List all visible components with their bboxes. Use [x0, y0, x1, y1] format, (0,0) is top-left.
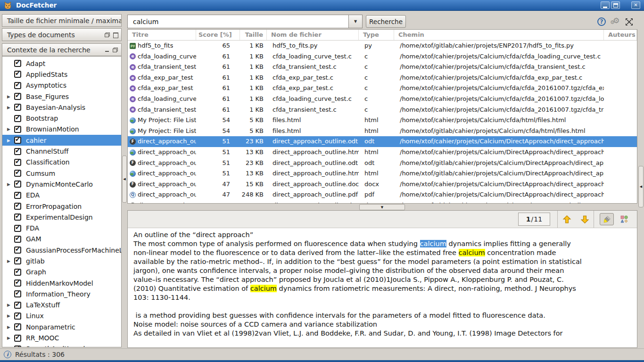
checkbox[interactable]: ✔ [14, 170, 21, 177]
column-header-4[interactable]: Type [359, 30, 394, 40]
highlight-toggle-button[interactable] [600, 213, 614, 225]
result-row[interactable]: My Project: File Listing545 KBfiles.html… [128, 115, 637, 126]
column-header-3[interactable]: Nom de fichier [267, 30, 359, 40]
tree-item-HiddenMarkovModel[interactable]: ▶✔HiddenMarkovModel [2, 278, 121, 288]
result-row[interactable]: pyhdf5_to_fits651 KBhdf5_to_fits.pypy/ho… [128, 41, 637, 51]
tree-item-RR_MOOC[interactable]: ▶✔RR_MOOC [2, 332, 121, 343]
tree-item-BrownianMotion[interactable]: ▶✔BrownianMotion [2, 124, 121, 135]
checkbox[interactable]: ✔ [14, 290, 21, 297]
checkbox[interactable]: ✔ [14, 247, 21, 254]
tree-item-cahier[interactable]: ▶✔cahier [2, 135, 121, 146]
text-only-toggle-button[interactable] [619, 214, 630, 225]
result-row[interactable]: direct_approach_outline5113 KBdirect_app… [128, 168, 637, 179]
result-row[interactable]: ecfda_transient_test611 KBcfda_transient… [128, 105, 637, 115]
tree-item-Nonparametric[interactable]: ▶✔Nonparametric [2, 321, 121, 332]
checkbox[interactable]: ✔ [14, 236, 21, 243]
checkbox[interactable]: ✔ [14, 335, 21, 342]
checkbox[interactable]: ✔ [14, 214, 21, 221]
checkbox[interactable]: ✔ [14, 159, 21, 166]
checkbox[interactable]: ✔ [14, 192, 21, 199]
column-header-1[interactable]: Score [%] [196, 30, 240, 40]
tree-item-Bootstrap[interactable]: ▶✔Bootstrap [2, 113, 121, 123]
expander-icon[interactable]: ▶ [7, 138, 14, 143]
result-row[interactable]: direct_approach_outline5113 KBdirect_app… [128, 147, 637, 158]
tree-item-Classification[interactable]: ▶✔Classification [2, 157, 121, 168]
tree-item-Base_Figures[interactable]: ▶✔Base_Figures [2, 91, 121, 102]
panel-maximize-icon[interactable] [113, 33, 118, 37]
expander-icon[interactable]: ▶ [7, 346, 14, 347]
tree-item-FDA[interactable]: ▶✔FDA [2, 222, 121, 233]
search-input[interactable] [127, 15, 349, 28]
tree-item-AppliedStats[interactable]: ▶✔AppliedStats [2, 69, 121, 80]
panel-doctypes[interactable]: Types de documents [2, 28, 122, 41]
tree-item-Graph[interactable]: ▶✔Graph [2, 267, 121, 278]
checkbox[interactable]: ✔ [14, 148, 21, 155]
tree-item-SmoothAndKernel[interactable]: ▶✔SmoothAndKernel [2, 344, 121, 347]
expander-icon[interactable]: ▶ [7, 94, 14, 99]
result-row[interactable]: ecfda_loading_curve611 KBcfda_loading_cu… [128, 51, 637, 62]
column-header-0[interactable]: Titre [128, 30, 196, 40]
expander-icon[interactable]: ▶ [7, 336, 14, 340]
tree-item-Asymptotics[interactable]: ▶✔Asymptotics [2, 80, 121, 91]
checkbox[interactable]: ✔ [14, 280, 21, 287]
panel-restore-icon[interactable] [105, 33, 110, 37]
column-header-5[interactable]: Chemin [394, 30, 604, 40]
open-in-new-window-icon[interactable] [625, 18, 633, 26]
results-table[interactable]: TitreScore [%]TailleNom de fichierTypeCh… [127, 29, 637, 204]
result-row[interactable]: Fdirect_approach_outline4715 KBdirect_ap… [128, 179, 637, 190]
tree-item-Information_Theory[interactable]: ▶✔Information_Theory [2, 288, 121, 299]
result-row[interactable]: Fdirect_approach_outline5123 KBdirect_ap… [128, 158, 637, 169]
tree-item-gitlab[interactable]: ▶✔gitlab [2, 255, 121, 266]
sidebar-collapse-sash[interactable]: ◀ [122, 156, 127, 203]
checkbox[interactable]: ✔ [14, 346, 21, 347]
tree-item-Adapt[interactable]: ▶✔Adapt [2, 58, 121, 69]
checkbox[interactable]: ✔ [14, 126, 21, 133]
checkbox[interactable]: ✔ [14, 203, 21, 210]
tree-item-ErrorPropagation[interactable]: ▶✔ErrorPropagation [2, 201, 121, 212]
titlebar[interactable]: DocFetcher [0, 0, 644, 11]
preferences-gears-icon[interactable]: ⚙ ⚙ [610, 15, 622, 26]
checkbox[interactable]: ✔ [14, 225, 21, 232]
result-row[interactable]: ecfda_loading_curve611 KBcfda_loading_cu… [128, 94, 637, 105]
checkbox[interactable]: ✔ [14, 257, 21, 264]
maximize-button[interactable] [611, 1, 620, 9]
checkbox[interactable]: ✔ [14, 71, 21, 78]
panel-filesize[interactable]: Taille de fichier minimale / maximale [2, 14, 122, 27]
result-row[interactable]: ecfda_transient_test611 KBcfda_transient… [128, 62, 637, 73]
result-row[interactable]: ecfda_exp_par_test611 KBcfda_exp_par_tes… [128, 73, 637, 83]
next-occurrence-button[interactable] [578, 213, 591, 225]
expander-icon[interactable]: ▶ [7, 325, 14, 329]
tree-item-Cumsum[interactable]: ▶✔Cumsum [2, 168, 121, 179]
right-collapse-sash[interactable]: ◀ [638, 166, 644, 207]
page-indicator[interactable]: 1 / 11 [518, 213, 550, 226]
minimize-button[interactable] [601, 1, 610, 9]
preview-collapse-sash[interactable]: ▼ [359, 204, 405, 210]
expander-icon[interactable]: ▶ [7, 105, 14, 110]
checkbox[interactable]: ✔ [14, 60, 21, 67]
checkbox[interactable]: ✔ [14, 269, 21, 276]
checkbox[interactable]: ✔ [14, 302, 21, 309]
expander-icon[interactable]: ▶ [7, 313, 14, 318]
checkbox[interactable]: ✔ [14, 93, 21, 100]
checkbox[interactable]: ✔ [14, 313, 21, 320]
panel-search-scope[interactable]: Contexte de la recherche [2, 43, 122, 56]
previous-occurrence-button[interactable] [560, 213, 573, 225]
result-row[interactable]: Qdirect_approach_outline47248 KBdirect_a… [128, 189, 637, 200]
search-button[interactable]: Recherche [366, 15, 406, 28]
tree-item-LaTeXstuff[interactable]: ▶✔LaTeXstuff [2, 300, 121, 311]
results-table-header[interactable]: TitreScore [%]TailleNom de fichierTypeCh… [128, 30, 637, 41]
checkbox[interactable]: ✔ [14, 115, 21, 122]
tree-item-Bayesian-Analysis[interactable]: ▶✔Bayesian-Analysis [2, 102, 121, 113]
search-scope-tree[interactable]: ▶✔Adapt▶✔AppliedStats▶✔Asymptotics▶✔Base… [2, 56, 122, 347]
tree-item-EDA[interactable]: ▶✔EDA [2, 190, 121, 201]
tree-item-DynamicMonteCarlo[interactable]: ▶✔DynamicMonteCarlo [2, 179, 121, 189]
checkbox[interactable]: ✔ [14, 323, 21, 330]
expander-icon[interactable]: ▶ [7, 182, 14, 187]
result-row[interactable]: ecfda_exp_par_test611 KBcfda_exp_par_tes… [128, 83, 637, 94]
result-row[interactable]: Fdirect_approach_outline4715 KBdirect_ap… [128, 200, 637, 204]
checkbox[interactable]: ✔ [14, 104, 21, 111]
column-header-6[interactable]: Auteurs [604, 30, 637, 40]
close-button[interactable] [631, 1, 640, 9]
result-row[interactable]: Fdirect_approach_outline5123 KBdirect_ap… [128, 136, 637, 147]
panel-minimize-icon[interactable] [105, 48, 110, 52]
